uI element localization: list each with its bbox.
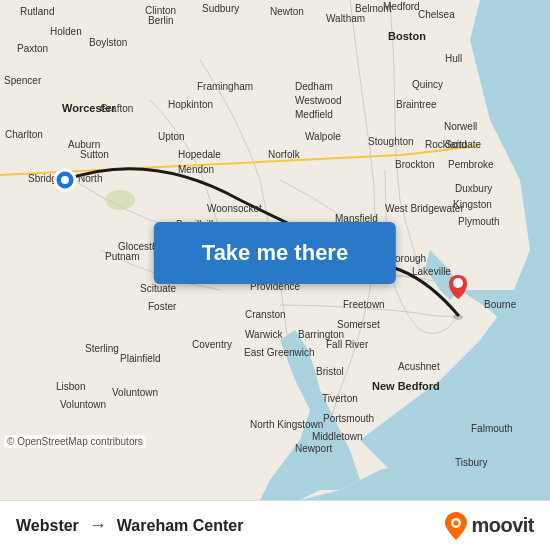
label-hopkinton: Hopkinton: [168, 99, 213, 110]
label-boylston: Boylston: [89, 37, 127, 48]
route-info: Webster → Wareham Center: [16, 515, 243, 536]
label-paxton: Paxton: [17, 43, 48, 54]
route-arrow-icon: →: [89, 515, 107, 536]
label-sudbury: Sudbury: [202, 3, 239, 14]
label-berlin: Berlin: [148, 15, 174, 26]
cta-container: Take me there: [154, 222, 396, 284]
svg-point-7: [453, 278, 463, 288]
label-quincy: Quincy: [412, 79, 443, 90]
label-woonsocket: Woonsocket: [207, 203, 262, 214]
label-braintree: Braintree: [396, 99, 437, 110]
moovit-text: moovit: [471, 514, 534, 537]
label-grafton: Grafton: [100, 103, 133, 114]
label-boston: Boston: [388, 30, 426, 42]
label-new-bedford: New Bedford: [372, 380, 440, 392]
label-bourne: Bourne: [484, 299, 517, 310]
label-rutland: Rutland: [20, 6, 54, 17]
take-me-there-button[interactable]: Take me there: [154, 222, 396, 284]
label-tisbury: Tisbury: [455, 457, 487, 468]
svg-point-9: [454, 520, 459, 525]
label-newton: Newton: [270, 6, 304, 17]
label-brockton: Brockton: [395, 159, 434, 170]
label-norwell: Norwell: [444, 121, 477, 132]
label-medford: Medford: [383, 1, 420, 12]
label-portsmouth: Portsmouth: [323, 413, 374, 424]
label-middletown: Middletown: [312, 431, 363, 442]
label-scituate-ri2: Scituate: [140, 283, 177, 294]
moovit-pin-icon: [445, 512, 467, 540]
label-coventry: Coventry: [192, 339, 232, 350]
label-warwick: Warwick: [245, 329, 283, 340]
label-acushnet: Acushnet: [398, 361, 440, 372]
map-container: Rutland Clinton Berlin Sudbury Newton Wa…: [0, 0, 550, 500]
label-spencer: Spencer: [4, 75, 42, 86]
label-sterling: Sterling: [85, 343, 119, 354]
label-freetown: Freetown: [343, 299, 385, 310]
label-walpole: Walpole: [305, 131, 341, 142]
label-plainfield: Plainfield: [120, 353, 161, 364]
map-attribution: © OpenStreetMap contributors: [4, 435, 146, 448]
label-lisbon: Lisbon: [56, 381, 85, 392]
label-oxford: North: [78, 173, 102, 184]
destination-label: Wareham Center: [117, 517, 244, 535]
label-dedham: Dedham: [295, 81, 333, 92]
label-west-bridgewater: West Bridgewater: [385, 203, 464, 214]
label-charlton: Charlton: [5, 129, 43, 140]
label-scituate-ma: Scituate: [445, 139, 482, 150]
origin-label: Webster: [16, 517, 79, 535]
label-plymouth: Plymouth: [458, 216, 500, 227]
label-hull: Hull: [445, 53, 462, 64]
label-stoughton: Stoughton: [368, 136, 414, 147]
label-cranston: Cranston: [245, 309, 286, 320]
label-upton: Upton: [158, 131, 185, 142]
label-medfield: Medfield: [295, 109, 333, 120]
label-newport: Newport: [295, 443, 332, 454]
label-sutton: Sutton: [80, 149, 109, 160]
label-north-kingstown: North Kingstown: [250, 419, 323, 430]
label-chelsea: Chelsea: [418, 9, 455, 20]
label-fall-river: Fall River: [326, 339, 369, 350]
label-voluntown: Voluntown: [112, 387, 158, 398]
label-east-greenwich: East Greenwich: [244, 347, 315, 358]
label-lakeville: Lakeville: [412, 266, 451, 277]
label-mendon: Mendon: [178, 164, 214, 175]
label-tiverton: Tiverton: [322, 393, 358, 404]
label-putnam: Putnam: [105, 251, 139, 262]
label-bristol: Bristol: [316, 366, 344, 377]
svg-point-6: [453, 314, 463, 320]
label-westwood: Westwood: [295, 95, 342, 106]
bottom-bar: Webster → Wareham Center moovit: [0, 500, 550, 550]
label-duxbury: Duxbury: [455, 183, 492, 194]
label-hopedale: Hopedale: [178, 149, 221, 160]
label-waltham: Waltham: [326, 13, 365, 24]
label-voluntown2: Voluntown: [60, 399, 106, 410]
label-norfolk: Norfolk: [268, 149, 301, 160]
label-falmouth: Falmouth: [471, 423, 513, 434]
label-framingham: Framingham: [197, 81, 253, 92]
label-pembroke: Pembroke: [448, 159, 494, 170]
label-holden: Holden: [50, 26, 82, 37]
moovit-logo: moovit: [445, 512, 534, 540]
label-foster: Foster: [148, 301, 177, 312]
origin-inner: [61, 176, 69, 184]
